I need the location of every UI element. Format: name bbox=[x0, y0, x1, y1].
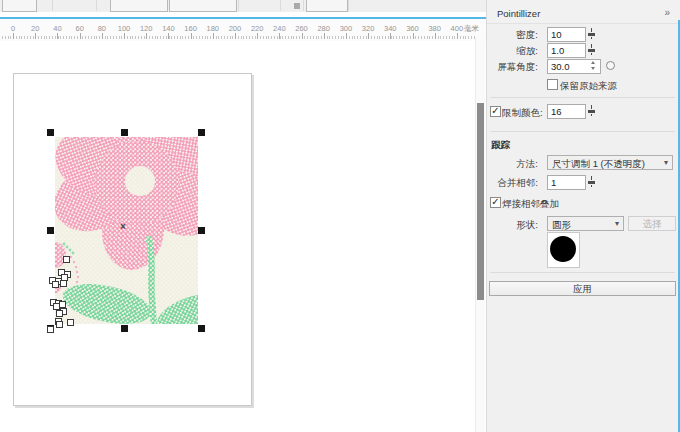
selection-handle-sw[interactable] bbox=[47, 325, 54, 332]
screen-angle-spinner[interactable] bbox=[589, 59, 598, 72]
application-window: 0204060801001201401601802002202402602803… bbox=[0, 0, 680, 432]
toolbar-separator bbox=[96, 0, 97, 11]
ruler-tick-label: 120 bbox=[135, 24, 157, 33]
propbar-control-fragment bbox=[110, 0, 168, 12]
propbar-icon-fragment bbox=[294, 3, 300, 9]
collapse-docker-icon[interactable]: » bbox=[664, 7, 669, 18]
checkmark-icon: ✓ bbox=[491, 196, 499, 207]
docker-header: Pointillizer » bbox=[487, 0, 680, 24]
ruler-tick-label: 60 bbox=[69, 24, 91, 33]
merge-adjacent-slider-stepper-icon[interactable] bbox=[585, 174, 598, 189]
toolbar-separator bbox=[280, 0, 281, 11]
ruler-tick-label: 200 bbox=[224, 24, 246, 33]
ruler-tick-label: 0 bbox=[2, 24, 24, 33]
toolbar-separator bbox=[348, 0, 349, 11]
weld-overlap-checkbox[interactable]: ✓ bbox=[490, 197, 501, 208]
ruler-tick-label: 380 bbox=[424, 24, 446, 33]
selection-handle-ne[interactable] bbox=[198, 129, 205, 136]
ruler-tick-label: 280 bbox=[313, 24, 335, 33]
drawing-canvas: 0204060801001201401601802002202402602803… bbox=[0, 12, 486, 432]
checkmark-icon: ✓ bbox=[491, 105, 499, 116]
shape-label: 形状: bbox=[489, 219, 538, 232]
shape-dropdown[interactable]: 圆形 ▾ bbox=[547, 216, 624, 231]
ruler-tick-label: 100 bbox=[113, 24, 135, 33]
method-dropdown[interactable]: 尺寸调制 1 (不透明度) ▾ bbox=[547, 155, 673, 170]
scale-label: 缩放: bbox=[489, 45, 538, 58]
ruler-scale: 0204060801001201401601802002202402602803… bbox=[2, 24, 468, 33]
toolbar-separator bbox=[238, 0, 239, 11]
ruler-tick-label: 240 bbox=[268, 24, 290, 33]
screen-angle-label: 屏幕角度: bbox=[489, 61, 538, 74]
ruler-tick-label: 160 bbox=[180, 24, 202, 33]
select-shape-button[interactable]: 选择 bbox=[628, 216, 676, 231]
keep-original-label: 保留原始来源 bbox=[560, 80, 617, 93]
angle-dial-icon[interactable] bbox=[606, 61, 615, 70]
chevron-down-icon: ▾ bbox=[615, 217, 619, 231]
ruler-tick-label: 320 bbox=[357, 24, 379, 33]
keep-original-checkbox[interactable] bbox=[547, 79, 558, 90]
selection-handle-se[interactable] bbox=[198, 325, 205, 332]
method-label: 方法: bbox=[489, 158, 538, 171]
apply-button[interactable]: 应用 bbox=[489, 281, 676, 296]
panel-divider bbox=[490, 97, 675, 98]
merge-adjacent-input[interactable] bbox=[547, 175, 586, 190]
selection-handle-n[interactable] bbox=[121, 129, 128, 136]
shape-preview-swatch[interactable] bbox=[547, 232, 580, 268]
docker-title: Pointillizer bbox=[497, 8, 540, 19]
ruler-tick-label: 140 bbox=[157, 24, 179, 33]
scale-input[interactable] bbox=[547, 43, 586, 58]
density-label: 密度: bbox=[489, 29, 538, 42]
limit-colors-input[interactable] bbox=[547, 104, 586, 119]
selection-handle-w[interactable] bbox=[47, 227, 54, 234]
ruler-tick-label: 300 bbox=[335, 24, 357, 33]
toolbar-separator bbox=[303, 0, 304, 11]
selection-handle-s[interactable] bbox=[121, 325, 128, 332]
ruler-tick-label: 180 bbox=[202, 24, 224, 33]
weld-overlap-label: 焊接相邻叠加 bbox=[502, 198, 559, 211]
spin-up-icon[interactable] bbox=[591, 61, 595, 64]
propbar-control-fragment bbox=[2, 0, 37, 12]
panel-divider bbox=[490, 272, 675, 273]
circle-shape-preview bbox=[550, 236, 576, 262]
merge-adjacent-label: 合并相邻: bbox=[489, 177, 538, 190]
shape-value: 圆形 bbox=[552, 219, 571, 230]
ruler-tick-label: 340 bbox=[379, 24, 401, 33]
density-slider-stepper-icon[interactable] bbox=[585, 26, 598, 41]
tracking-section-heading: 跟踪 bbox=[491, 139, 510, 152]
ruler-tick-label: 360 bbox=[401, 24, 423, 33]
density-input[interactable] bbox=[547, 27, 586, 42]
method-value: 尺寸调制 1 (不透明度) bbox=[552, 158, 645, 169]
scale-slider-stepper-icon[interactable] bbox=[585, 42, 598, 57]
ruler-tick-label: 80 bbox=[91, 24, 113, 33]
ruler-major-ticks bbox=[13, 33, 476, 39]
limit-colors-slider-stepper-icon[interactable] bbox=[585, 103, 598, 118]
toolbar-separator bbox=[52, 0, 53, 11]
ruler-tick-label: 20 bbox=[24, 24, 46, 33]
pointillizer-docker: Pointillizer » 密度: 缩放: 屏幕角度: 保留原始来源 ✓ 限制… bbox=[486, 0, 680, 432]
panel-divider bbox=[490, 131, 675, 132]
chevron-down-icon: ▾ bbox=[664, 156, 668, 170]
selection-handle-e[interactable] bbox=[198, 227, 205, 234]
limit-colors-checkbox[interactable]: ✓ bbox=[490, 106, 501, 117]
horizontal-ruler: 0204060801001201401601802002202402602803… bbox=[0, 19, 486, 41]
limit-colors-label: 限制颜色: bbox=[502, 107, 543, 120]
ruler-tick-label: 260 bbox=[290, 24, 312, 33]
propbar-control-fragment bbox=[306, 0, 348, 12]
selection-center-marker: × bbox=[120, 222, 126, 232]
selection-handle-nw[interactable] bbox=[47, 129, 54, 136]
propbar-control-fragment bbox=[169, 0, 237, 12]
vertical-scrollbar[interactable] bbox=[475, 38, 485, 432]
ruler-tick-label: 220 bbox=[246, 24, 268, 33]
spin-down-icon[interactable] bbox=[591, 67, 595, 70]
pointillized-flower-artwork[interactable] bbox=[55, 137, 198, 324]
ruler-tick-label: 40 bbox=[46, 24, 68, 33]
vertical-scrollbar-thumb[interactable] bbox=[477, 103, 484, 300]
